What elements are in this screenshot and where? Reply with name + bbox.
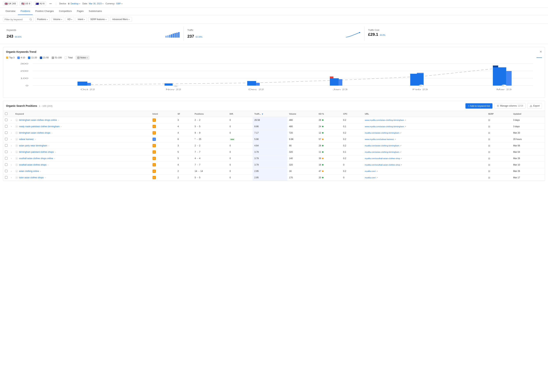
row-expand-cell[interactable]: › xyxy=(9,175,14,181)
row-expand-cell[interactable]: › xyxy=(9,168,14,175)
kd-filter-button[interactable]: KD ▾ xyxy=(65,17,74,22)
legend-51-100[interactable]: ✓ 51-100 xyxy=(52,56,62,59)
keyword-link[interactable]: southall asian clothes shops online xyxy=(19,157,53,160)
row-checkbox-cell[interactable] xyxy=(3,142,9,149)
serp-snapshot-icon[interactable]: ⊞ xyxy=(488,170,490,173)
tab-position-changes[interactable]: Position Changes xyxy=(33,7,57,15)
th-serp[interactable]: SERP xyxy=(486,111,511,117)
th-intent[interactable]: Intent xyxy=(151,111,176,117)
tab-subdomains[interactable]: Subdomains xyxy=(86,7,104,15)
trend-close-button[interactable]: ✕ xyxy=(540,50,542,54)
country-us[interactable]: 🇺🇸 US 8 xyxy=(20,1,32,6)
positions-filter-button[interactable]: Positions ▾ xyxy=(35,17,50,22)
legend-21-50[interactable]: ✓ 21-50 xyxy=(40,56,49,59)
volume-filter-button[interactable]: Volume ▾ xyxy=(51,17,64,22)
expand-row-icon[interactable]: › xyxy=(11,132,12,134)
url-link[interactable]: myafia.com/asian-clothing-birmingham ↗ xyxy=(365,151,484,153)
keyword-link[interactable]: salwar kameez xyxy=(19,138,34,140)
th-kd[interactable]: KD % xyxy=(317,111,341,117)
more-countries-button[interactable]: ••• xyxy=(48,2,53,5)
row-checkbox-cell[interactable] xyxy=(3,175,9,181)
keyword-filter-wrap[interactable] xyxy=(3,17,34,22)
serp-cell[interactable]: ⊞ xyxy=(486,168,511,175)
th-url[interactable]: URL xyxy=(363,111,486,117)
legend-4-10[interactable]: ✓ 4-10 xyxy=(17,56,25,59)
notes-button[interactable]: Notes ▾ xyxy=(76,56,89,60)
keyword-link[interactable]: asian clothing online xyxy=(19,170,39,172)
serp-cell[interactable]: ⊞ xyxy=(486,155,511,162)
serp-snapshot-icon[interactable]: ⊞ xyxy=(488,119,490,122)
advanced-filters-button[interactable]: Advanced filters ▾ xyxy=(110,17,132,22)
serp-snapshot-icon[interactable]: ⊞ xyxy=(488,131,490,134)
row-select-checkbox[interactable] xyxy=(5,151,7,153)
device-value[interactable]: Desktop xyxy=(71,2,79,5)
keyword-link[interactable]: birmingham asian clothes shops online xyxy=(19,119,57,121)
th-cpc[interactable]: CPC xyxy=(341,111,363,117)
keyword-link[interactable]: ready made pakistani clothes birmingham xyxy=(19,125,59,128)
keyword-plus-icon[interactable]: + xyxy=(15,176,18,179)
url-link[interactable]: myafia.com/ ↗ xyxy=(365,170,484,172)
row-checkbox-cell[interactable] xyxy=(3,136,9,142)
expand-row-icon[interactable]: › xyxy=(11,126,12,127)
tab-positions[interactable]: Positions xyxy=(18,7,33,15)
url-link[interactable]: www.myafia.com/asian-clothing-birmingham… xyxy=(365,119,484,121)
serp-cell[interactable]: ⊞ xyxy=(486,123,511,130)
expand-row-icon[interactable]: › xyxy=(11,157,12,160)
expand-row-icon[interactable]: › xyxy=(11,151,12,153)
keyword-link[interactable]: birmingham pakistani clothes shops xyxy=(19,151,54,153)
expand-row-icon[interactable]: › xyxy=(11,138,12,140)
th-positions[interactable]: Positions xyxy=(193,111,228,117)
row-checkbox-cell[interactable] xyxy=(3,155,9,162)
select-all-checkbox[interactable] xyxy=(5,112,7,115)
serp-snapshot-icon[interactable]: ⊞ xyxy=(488,138,490,141)
serp-snapshot-icon[interactable]: ⊞ xyxy=(488,157,490,160)
keyword-plus-icon[interactable]: + xyxy=(15,119,18,121)
tab-competitors[interactable]: Competitors xyxy=(57,7,74,15)
row-checkbox-cell[interactable] xyxy=(3,162,9,168)
row-select-checkbox[interactable] xyxy=(5,119,7,121)
keyword-plus-icon[interactable]: + xyxy=(15,170,18,172)
serp-snapshot-icon[interactable]: ⊞ xyxy=(488,176,490,179)
row-select-checkbox[interactable] xyxy=(5,125,7,127)
country-au[interactable]: 🇦🇺 AU 6 xyxy=(34,1,46,6)
serp-cell[interactable]: ⊞ xyxy=(486,149,511,155)
legend-11-20[interactable]: ✓ 11-20 xyxy=(28,56,37,59)
country-uk[interactable]: 🇬🇧 UK 243 xyxy=(3,1,18,6)
keyword-plus-icon[interactable]: + xyxy=(15,151,18,153)
row-expand-cell[interactable]: › xyxy=(9,136,14,142)
serp-snapshot-icon[interactable]: ⊞ xyxy=(488,163,490,166)
url-link[interactable]: myafia.com/ ↗ xyxy=(365,176,484,179)
th-traffic[interactable]: Traffi... xyxy=(253,111,287,117)
tab-pages[interactable]: Pages xyxy=(74,7,86,15)
th-diff[interactable]: Diff. xyxy=(228,111,253,117)
keyword-plus-icon[interactable]: + xyxy=(15,125,18,128)
keyword-plus-icon[interactable]: + xyxy=(15,163,18,166)
row-select-checkbox[interactable] xyxy=(5,138,7,140)
serp-filter-button[interactable]: SERP features ▾ xyxy=(88,17,108,22)
currency-value[interactable]: GBP xyxy=(116,2,121,5)
url-link[interactable]: myafia.com/asian-clothing-birmingham ↗ xyxy=(365,145,484,147)
serp-cell[interactable]: ⊞ xyxy=(486,130,511,136)
keyword-plus-icon[interactable]: + xyxy=(15,132,18,134)
add-to-keyword-list-button[interactable]: + Add to keyword list xyxy=(465,103,492,109)
row-expand-cell[interactable]: › xyxy=(9,162,14,168)
th-sf[interactable]: SF xyxy=(176,111,193,117)
keyword-plus-icon[interactable]: + xyxy=(15,138,18,140)
row-expand-cell[interactable]: › xyxy=(9,123,14,130)
th-updated[interactable]: Updated xyxy=(512,111,545,117)
url-link[interactable]: myafia.com/asian-clothing-birmingham ↗ xyxy=(365,132,484,134)
th-keyword[interactable]: Keyword xyxy=(14,111,151,117)
row-expand-cell[interactable]: › xyxy=(9,117,14,123)
expand-row-icon[interactable]: › xyxy=(11,164,12,166)
th-select-all[interactable] xyxy=(3,111,9,117)
date-value[interactable]: Mar 30, 2023 xyxy=(89,2,102,5)
url-link[interactable]: www.myafia.com/salwar-kameez ↗ xyxy=(365,138,484,140)
serp-cell[interactable]: ⊞ xyxy=(486,142,511,149)
row-select-checkbox[interactable] xyxy=(5,176,7,179)
th-volume[interactable]: Volume xyxy=(287,111,317,117)
serp-cell[interactable]: ⊞ xyxy=(486,162,511,168)
serp-snapshot-icon[interactable]: ⊞ xyxy=(488,125,490,128)
serp-snapshot-icon[interactable]: ⊞ xyxy=(488,144,490,147)
row-checkbox-cell[interactable] xyxy=(3,130,9,136)
row-checkbox-cell[interactable] xyxy=(3,123,9,130)
